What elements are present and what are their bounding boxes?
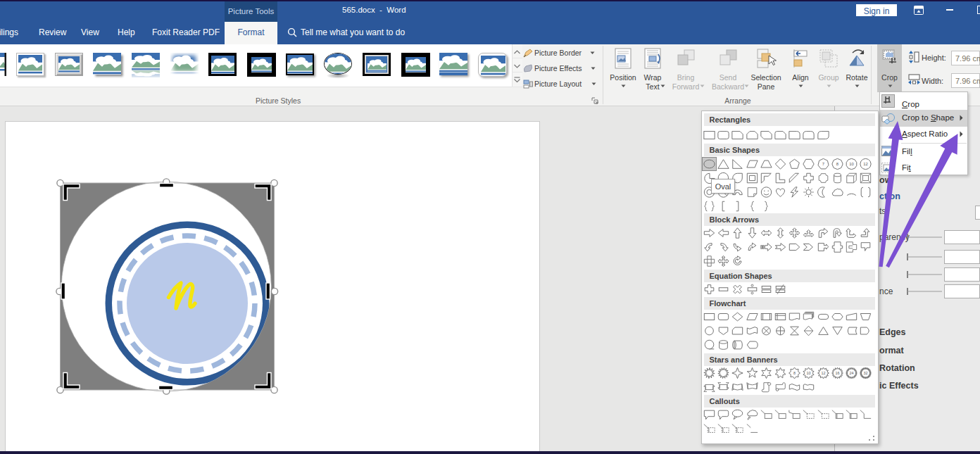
svg-text:12: 12 [863,162,868,166]
svg-text:12: 12 [821,371,825,375]
svg-text:24: 24 [850,371,854,375]
svg-text:10: 10 [807,371,811,375]
svg-text:32: 32 [864,371,868,375]
svg-text:8: 8 [793,371,796,375]
svg-text:10: 10 [849,162,854,166]
svg-text:8: 8 [836,162,838,166]
svg-text:16: 16 [835,371,839,375]
svg-text:7: 7 [822,162,824,166]
